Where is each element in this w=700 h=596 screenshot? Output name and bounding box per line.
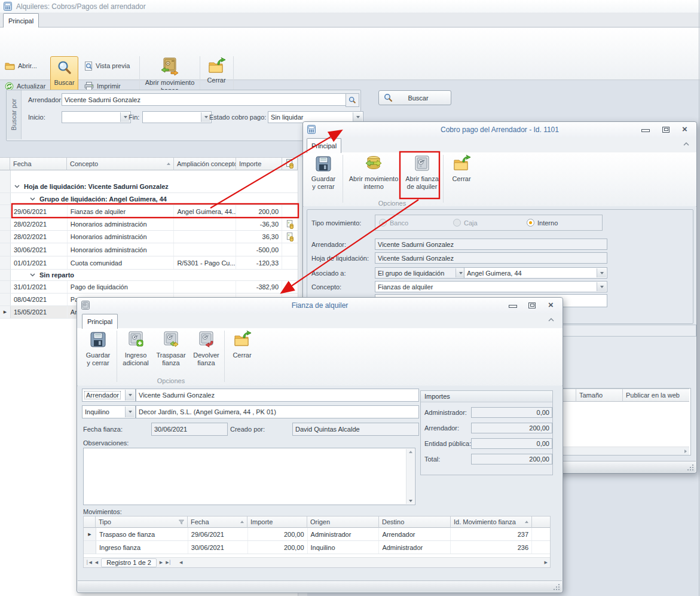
grid-header-concepto[interactable]: Concepto [67, 157, 174, 170]
docs-header-tamano[interactable]: Tamaño [576, 389, 623, 402]
main-tab-principal[interactable]: Principal [3, 13, 39, 27]
fianza-guardar-button[interactable]: Guardar y cerrar [81, 331, 115, 382]
hscroll-right-button[interactable]: ▶ [545, 560, 548, 566]
mov-header-importe[interactable]: Importe [247, 516, 307, 528]
nav-next-button[interactable]: ▶ [160, 560, 163, 566]
docs-header-publicar[interactable]: Publicar en la web [623, 389, 689, 402]
chevron-down-icon[interactable] [125, 390, 135, 401]
fecha-fianza-field[interactable]: 30/06/2021 [151, 423, 228, 436]
fin-label: Fin: [129, 111, 139, 123]
maximize-button[interactable] [528, 302, 536, 308]
grid-group-row-3[interactable]: Sin reparto [0, 270, 298, 281]
radio-banco[interactable]: Banco [379, 215, 408, 230]
fianza-arrendador-field[interactable]: Vicente Sadurni Gonzalez [136, 389, 419, 402]
hscroll-left-button[interactable]: ◀ [179, 560, 182, 566]
table-row[interactable]: 30/06/2021 Honorarios administración -50… [0, 243, 298, 256]
arrendador-search-label: Arrendador: [28, 93, 63, 106]
minimize-button[interactable] [509, 305, 517, 308]
chevron-down-icon[interactable] [597, 282, 606, 291]
nav-last-button[interactable]: ▶│ [166, 560, 172, 566]
fianza-cerrar-label: Cerrar [233, 352, 251, 359]
buscar-button[interactable]: Buscar [378, 90, 451, 105]
maximize-button[interactable] [662, 127, 670, 133]
grid-header-ampliacion[interactable]: Ampliación concepto [174, 157, 236, 170]
cobro-asociado-combo-1[interactable]: El grupo de liquidación [375, 267, 466, 279]
grid-group-row-1[interactable]: Hoja de liquidación: Vicente Sadurni Gon… [0, 180, 298, 193]
table-row[interactable]: 31/01/2021 Pago de liquidación -382,90 [0, 281, 298, 294]
table-row[interactable]: 28/02/2021 Honorarios administración 36,… [0, 231, 298, 243]
cobro-guardar-button[interactable]: Guardar y cerrar [305, 155, 341, 203]
creado-por-field[interactable]: David Quintas Alcalde [292, 423, 419, 436]
importes-admin-field[interactable]: 0,00 [471, 407, 552, 418]
resize-grip[interactable] [553, 583, 560, 590]
chevron-down-icon[interactable] [30, 197, 35, 201]
mov-header-id[interactable]: Id. Movimiento fianza [451, 516, 532, 528]
grid-header-fecha[interactable]: Fecha [10, 157, 67, 170]
mov-header-fecha[interactable]: Fecha [188, 516, 247, 528]
mov-header-destino[interactable]: Destino [379, 516, 451, 528]
mov-header-origen[interactable]: Origen [307, 516, 379, 528]
vista-previa-button[interactable]: Vista previa [84, 60, 130, 72]
cobro-fianza-label-1: Abrir fianza [405, 175, 439, 183]
cobro-cerrar-button[interactable]: Cerrar [445, 155, 478, 203]
table-row[interactable]: Ingreso fianza 30/06/2021 200,00 Inquili… [84, 541, 550, 554]
arrendador-lookup-button[interactable] [346, 93, 359, 107]
cobro-abrir-fianza-button[interactable]: Abrir fianza de alquiler [404, 155, 441, 203]
cobro-hoja-field[interactable]: Vicente Sadurni Gonzalez [375, 252, 607, 264]
radio-caja[interactable]: Caja [453, 215, 478, 230]
observaciones-textarea[interactable] [83, 448, 415, 505]
close-button[interactable]: × [548, 299, 554, 310]
scroll-up-icon[interactable] [409, 451, 412, 453]
minimize-button[interactable] [641, 129, 650, 132]
chevron-down-icon[interactable] [125, 406, 135, 417]
radio-interno[interactable]: Interno [527, 215, 558, 230]
buscar-button-label: Buscar [393, 94, 444, 102]
chevron-down-icon[interactable] [597, 268, 606, 277]
fianza-devolver-button[interactable]: Devolver fianza [189, 331, 223, 382]
fianza-selector-2-combo[interactable]: Inquilino [82, 405, 136, 418]
cobro-tab-principal[interactable]: Principal [307, 138, 341, 153]
table-row[interactable]: 01/01/2021 Cuota comunidad R/5301 - Pago… [0, 256, 298, 270]
fin-date-combo[interactable] [142, 111, 212, 123]
collapse-ribbon-icon[interactable] [548, 318, 554, 322]
grid-header-receipt[interactable] [282, 157, 298, 170]
fianza-ingreso-adicional-button[interactable]: Ingreso adicional [119, 331, 152, 382]
collapse-ribbon-icon[interactable] [683, 142, 689, 146]
mov-header-tipo[interactable]: Tipo [96, 516, 188, 528]
nav-prev-button[interactable]: ◀ [95, 560, 98, 566]
chevron-down-icon[interactable] [30, 273, 35, 277]
table-row[interactable]: 28/02/2021 Honorarios administración -36… [0, 218, 298, 231]
importes-arrendador-field[interactable]: 200,00 [471, 423, 552, 433]
filter-icon[interactable] [179, 519, 184, 525]
arrendador-search-input[interactable]: Vicente Sadurni Gonzalez [62, 93, 350, 106]
textarea-scrollbar[interactable] [406, 449, 414, 504]
cobro-arrendador-field[interactable]: Vicente Sadurni Gonzalez [375, 239, 607, 250]
grid-group-row-2[interactable]: Grupo de liquidación: Angel Guimera, 44 [0, 193, 298, 205]
importes-entidad-field[interactable]: 0,00 [471, 438, 552, 449]
close-button[interactable]: × [682, 124, 687, 134]
save-icon [89, 331, 107, 349]
table-row[interactable]: 29/06/2021 Fianzas de alquiler Angel Gui… [0, 205, 298, 218]
fianza-cerrar-button[interactable]: Cerrar [227, 331, 258, 382]
scroll-down-icon[interactable] [409, 500, 412, 502]
grid-header-importe[interactable]: Importe [236, 157, 282, 170]
inicio-date-combo[interactable] [62, 111, 131, 123]
fianza-tab-principal[interactable]: Principal [82, 314, 118, 329]
fianza-inquilino-field[interactable]: Decor Jardín, S.L. (Angel Guimera, 44 , … [136, 405, 419, 418]
cobro-abrir-movimiento-interno-button[interactable]: Abrir movimiento interno [345, 155, 402, 203]
fianza-selector-1-combo[interactable]: Arrendador [82, 389, 136, 402]
importes-total-field[interactable]: 200,00 [471, 454, 552, 464]
cobro-movint-label-1: Abrir movimiento [349, 175, 399, 183]
cobro-asociado-combo-2[interactable]: Angel Guimera, 44 [464, 267, 607, 279]
chevron-down-icon[interactable] [353, 112, 362, 122]
importes-header: Importes [421, 391, 552, 402]
resize-grip[interactable] [687, 464, 693, 470]
cobro-concepto-combo[interactable]: Fianzas de alquiler [375, 281, 607, 292]
scroll-right-icon[interactable] [684, 450, 687, 453]
chevron-down-icon[interactable] [14, 185, 20, 188]
abrir-button[interactable]: Abrir... [5, 60, 37, 72]
folder-close-icon [453, 155, 470, 173]
table-row[interactable]: ▶ Traspaso de fianza 29/06/2021 200,00 A… [84, 528, 550, 541]
fianza-traspasar-button[interactable]: Traspasar fianza [154, 331, 188, 382]
nav-first-button[interactable]: │◀ [86, 560, 92, 566]
